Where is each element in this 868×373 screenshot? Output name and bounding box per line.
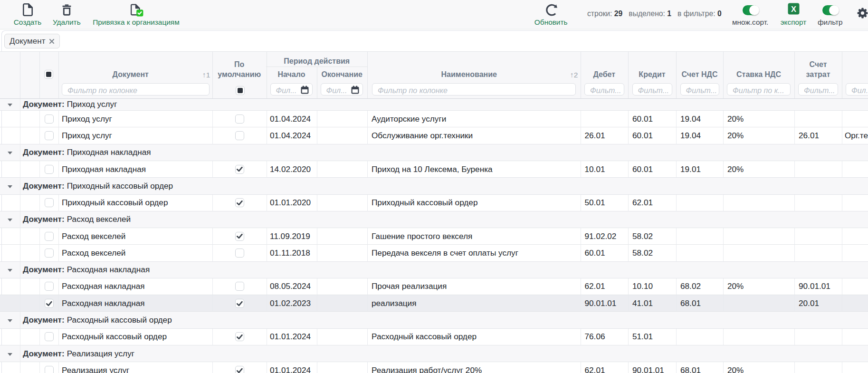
svg-text:X: X	[791, 5, 796, 13]
